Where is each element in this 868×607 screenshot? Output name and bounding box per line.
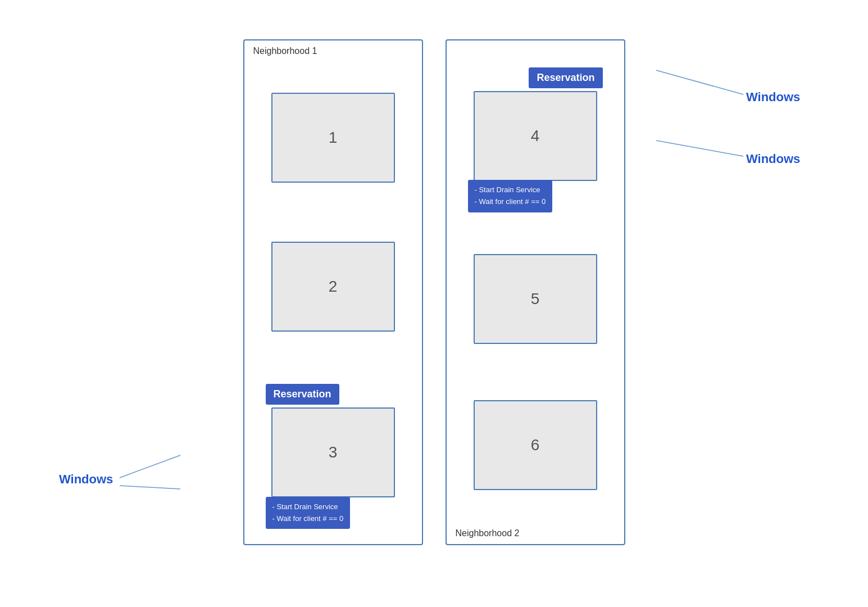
neighborhood-1: Neighborhood 1 1 2 Reservation 3 - Start	[243, 39, 423, 545]
windows-label-1: Windows	[746, 90, 800, 104]
window-4: 4	[474, 91, 597, 181]
arrow-line-1	[656, 70, 743, 94]
window-6-wrapper: 6	[474, 400, 597, 490]
n1-reservation-badge: Reservation	[266, 384, 339, 405]
neighborhood-2: Neighborhood 2 Reservation 4 - Start Dra…	[446, 39, 625, 545]
window-6: 6	[474, 400, 597, 490]
diagram-arrows: Windows Windows Windows	[41, 28, 828, 579]
window-1-wrapper: 1	[271, 93, 395, 183]
main-container: Neighborhood 1 1 2 Reservation 3 - Start	[41, 28, 828, 579]
window-2-wrapper: 2	[271, 242, 395, 332]
n1-drain-line2: - Wait for client # == 0	[272, 513, 344, 525]
neighborhood-2-label: Neighborhood 2	[456, 528, 520, 538]
window-3: 3	[271, 407, 395, 497]
window-4-number: 4	[531, 127, 540, 145]
n1-drain-box: - Start Drain Service - Wait for client …	[266, 497, 351, 529]
window-1: 1	[271, 93, 395, 183]
arrow-line-2	[656, 141, 743, 156]
neighborhood-1-label: Neighborhood 1	[253, 46, 317, 56]
window-3-wrapper: Reservation 3 - Start Drain Service - Wa…	[271, 407, 395, 497]
windows-label-3: Windows	[59, 472, 113, 486]
windows-label-2: Windows	[746, 152, 800, 166]
window-6-number: 6	[531, 436, 540, 454]
window-1-number: 1	[329, 129, 338, 147]
window-5-number: 5	[531, 290, 540, 308]
n1-drain-line1: - Start Drain Service	[272, 501, 344, 513]
n2-drain-line2: - Wait for client # == 0	[475, 196, 546, 208]
window-2: 2	[271, 242, 395, 332]
arrow-line-3	[120, 455, 180, 478]
window-5: 5	[474, 254, 597, 344]
n2-reservation-badge: Reservation	[529, 67, 602, 88]
window-2-number: 2	[329, 278, 338, 296]
n2-drain-line1: - Start Drain Service	[475, 184, 546, 196]
window-4-wrapper: Reservation 4 - Start Drain Service - Wa…	[474, 91, 597, 181]
window-5-wrapper: 5	[474, 254, 597, 344]
n2-drain-box: - Start Drain Service - Wait for client …	[468, 180, 553, 212]
window-3-number: 3	[329, 443, 338, 461]
arrow-line-4	[120, 486, 180, 489]
